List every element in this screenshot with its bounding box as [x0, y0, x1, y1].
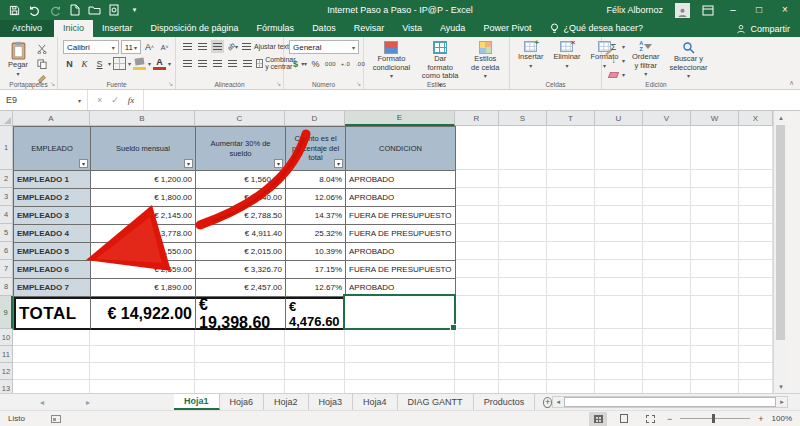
column-header-T[interactable]: T: [547, 111, 595, 126]
cell-A10[interactable]: [13, 329, 90, 346]
enter-icon[interactable]: ✓: [111, 95, 119, 105]
table-cell-D9[interactable]: € 4,476.60: [286, 297, 346, 330]
row-header-10[interactable]: 10: [0, 329, 13, 346]
row-header-7[interactable]: 7: [0, 260, 13, 278]
align-bottom-icon[interactable]: [211, 40, 224, 53]
cell-X5[interactable]: [739, 224, 773, 242]
table-cell-B7[interactable]: € 2,559.00: [91, 261, 196, 279]
table-cell-D7[interactable]: 17.15%: [286, 261, 346, 279]
close-button[interactable]: ×: [778, 0, 792, 20]
cell-U7[interactable]: [595, 260, 643, 278]
table-cell-B6[interactable]: € 1,550.00: [91, 243, 196, 261]
underline-button[interactable]: S: [93, 57, 106, 70]
cell-S12[interactable]: [499, 363, 547, 380]
table-cell-A3[interactable]: EMPLEADO 2: [14, 189, 91, 207]
clear-button[interactable]: ▾: [607, 68, 625, 81]
row-header-3[interactable]: 3: [0, 188, 13, 206]
row-header-6[interactable]: 6: [0, 242, 13, 260]
cell-C11[interactable]: [195, 346, 285, 363]
cell-E11[interactable]: [345, 346, 455, 363]
table-cell-A5[interactable]: EMPLEADO 4: [14, 225, 91, 243]
sheet-tab-diag-gantt[interactable]: DIAG GANTT: [398, 394, 474, 410]
cell-W2[interactable]: [691, 170, 739, 188]
cell-A13[interactable]: [13, 380, 90, 393]
user-name[interactable]: Félix Albornoz: [606, 5, 663, 15]
cell-W7[interactable]: [691, 260, 739, 278]
filter-button[interactable]: ▾: [334, 159, 343, 168]
row-header-5[interactable]: 5: [0, 224, 13, 242]
cell-T9[interactable]: [547, 296, 595, 329]
scroll-up-icon[interactable]: ▴: [774, 111, 788, 124]
column-header-X[interactable]: X: [739, 111, 773, 126]
column-header-R[interactable]: R: [455, 111, 499, 126]
comma-style-icon[interactable]: 000: [324, 57, 337, 70]
cell-W1[interactable]: [691, 126, 739, 170]
table-cell-C5[interactable]: € 4,911.40: [196, 225, 286, 243]
cell-U9[interactable]: [595, 296, 643, 329]
cell-R6[interactable]: [455, 242, 499, 260]
cell-X12[interactable]: [739, 363, 773, 380]
cell-V11[interactable]: [643, 346, 691, 363]
cell-U11[interactable]: [595, 346, 643, 363]
cell-V8[interactable]: [643, 278, 691, 296]
dialog-launcher-icon[interactable]: ↘: [50, 80, 55, 87]
cell-A11[interactable]: [13, 346, 90, 363]
cell-U3[interactable]: [595, 188, 643, 206]
cell-T3[interactable]: [547, 188, 595, 206]
decrease-indent-icon[interactable]: [226, 57, 239, 70]
cell-D12[interactable]: [285, 363, 345, 380]
cell-V10[interactable]: [643, 329, 691, 346]
cell-X13[interactable]: [739, 380, 773, 393]
column-header-B[interactable]: B: [90, 111, 195, 126]
table-cell-E7[interactable]: FUERA DE PRESUPUESTO: [346, 261, 456, 279]
cell-U12[interactable]: [595, 363, 643, 380]
cell-W12[interactable]: [691, 363, 739, 380]
ribbon-tab-power-pivot[interactable]: Power Pivot: [474, 20, 540, 37]
ribbon-tab-ayuda[interactable]: Ayuda: [431, 20, 474, 37]
table-cell-C2[interactable]: € 1,560.00: [196, 171, 286, 189]
cell-U1[interactable]: [595, 126, 643, 170]
formula-input[interactable]: [144, 90, 800, 110]
share-button[interactable]: Compartir: [736, 20, 800, 37]
table-header-cu-nto-es-el-porcentaje-del-total[interactable]: Cuánto es el porcentaje del total▾: [286, 127, 346, 171]
delete-cells-button[interactable]: × Eliminar▾: [550, 40, 583, 71]
cell-T6[interactable]: [547, 242, 595, 260]
cell-S5[interactable]: [499, 224, 547, 242]
table-header-aumentar-30-de-sueldo[interactable]: Aumentar 30% de sueldo▾: [196, 127, 286, 171]
cell-T13[interactable]: [547, 380, 595, 393]
column-header-W[interactable]: W: [691, 111, 739, 126]
sheet-tab-hoja3[interactable]: Hoja3: [309, 394, 354, 410]
table-cell-D3[interactable]: 12.06%: [286, 189, 346, 207]
horizontal-scrollbar[interactable]: ◂ ▸: [552, 396, 788, 408]
print-preview-icon[interactable]: [108, 4, 121, 17]
cell-T10[interactable]: [547, 329, 595, 346]
table-cell-B5[interactable]: € 3,778.00: [91, 225, 196, 243]
cell-R3[interactable]: [455, 188, 499, 206]
cell-X3[interactable]: [739, 188, 773, 206]
cell-W6[interactable]: [691, 242, 739, 260]
restore-button[interactable]: □: [752, 0, 766, 20]
cell-S1[interactable]: [499, 126, 547, 170]
row-header-11[interactable]: 11: [0, 346, 13, 363]
dialog-launcher-icon[interactable]: ↘: [168, 80, 173, 87]
table-cell-A9[interactable]: TOTAL: [14, 297, 91, 330]
table-header-sueldo-mensual[interactable]: Sueldo mensual▾: [91, 127, 196, 171]
table-cell-E5[interactable]: FUERA DE PRESUPUESTO: [346, 225, 456, 243]
cancel-icon[interactable]: ×: [97, 95, 102, 105]
cell-S6[interactable]: [499, 242, 547, 260]
align-left-icon[interactable]: [181, 57, 194, 70]
cell-X1[interactable]: [739, 126, 773, 170]
minimize-button[interactable]: –: [726, 0, 740, 20]
grow-font-button[interactable]: A˄: [143, 41, 156, 54]
cell-W4[interactable]: [691, 206, 739, 224]
cell-X6[interactable]: [739, 242, 773, 260]
column-header-S[interactable]: S: [499, 111, 547, 126]
cell-V5[interactable]: [643, 224, 691, 242]
table-cell-B8[interactable]: € 1,890.00: [91, 279, 196, 297]
vertical-scrollbar[interactable]: ▴ ▾: [773, 111, 787, 393]
cell-S2[interactable]: [499, 170, 547, 188]
fill-color-icon[interactable]: [133, 57, 146, 70]
cell-B13[interactable]: [90, 380, 195, 393]
column-header-C[interactable]: C: [195, 111, 285, 126]
table-cell-D8[interactable]: 12.67%: [286, 279, 346, 297]
